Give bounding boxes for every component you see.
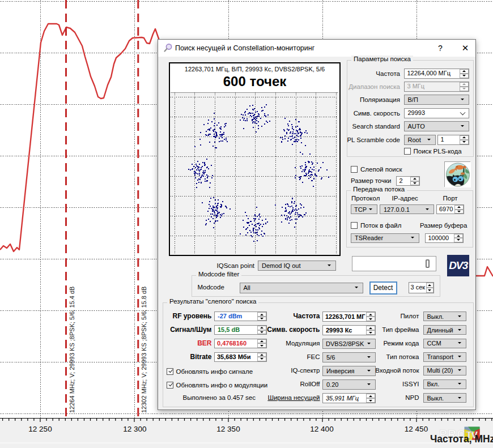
svg-text:12 300: 12 300 [123, 425, 146, 433]
svg-text:12 450: 12 450 [405, 425, 428, 433]
svg-text:12 250: 12 250 [28, 425, 52, 433]
svg-text:12 350: 12 350 [216, 425, 240, 433]
svg-text:Частота, MHz: Частота, MHz [430, 433, 493, 445]
svg-text:12302 MHz; V; 29993 KS ;8PSK;: 12302 MHz; V; 29993 KS ;8PSK; 5/6; 15.8 … [141, 287, 147, 413]
svg-text:12264 MHz; V; 29993 KS ;8PSK;: 12264 MHz; V; 29993 KS ;8PSK; 5/6; 15.4 … [69, 287, 75, 413]
svg-text:12 400: 12 400 [310, 425, 333, 433]
